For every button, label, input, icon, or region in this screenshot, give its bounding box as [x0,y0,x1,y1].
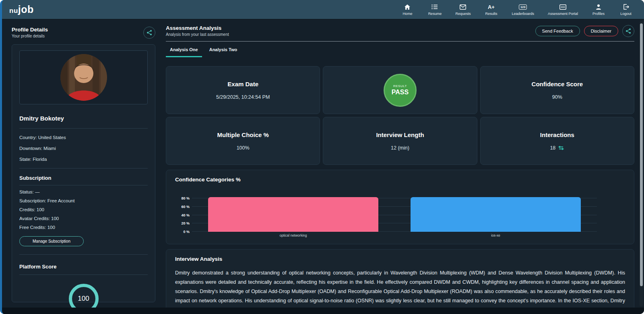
card-value: 100% [237,145,250,151]
window-bottom-strip [2,308,644,314]
card-value: 12 (min) [391,145,409,151]
result-label: RESULT [393,84,407,88]
divider [19,274,148,275]
logout-icon [623,4,629,10]
card-title: Interview Length [376,131,424,138]
card-title: Exam Date [227,81,258,87]
card-title: Interactions [540,131,574,138]
platform-score-title: Platform Score [19,264,148,270]
nav-item-resume[interactable]: Resume [428,4,442,16]
chart-y-axis: 0 %20 %40 %60 %80 % [175,193,192,232]
nav-item-results[interactable]: A+ Results [484,4,498,16]
interview-analysis-text: Dmitry demonstrated a strong understandi… [175,268,625,308]
nav-label: Resume [428,12,442,16]
nav-label: Assessment Portal [548,12,578,16]
page-scrollbar[interactable] [640,21,643,307]
send-feedback-button[interactable]: Send Feedback [535,26,580,36]
assessment-main: Assessment Analysis Analysis from your l… [161,19,644,308]
card-value: 18 [550,145,555,151]
assessment-subtitle: Analysis from your last assessment [166,32,229,37]
divider [19,128,148,129]
x-category-label: ios-xe [394,233,597,237]
nav-label: Requests [455,12,471,16]
swap-arrows-icon [558,146,564,150]
pass-badge: RESULT PASS [384,74,417,107]
bar-chart: 0 %20 %40 %60 %80 % [175,193,625,232]
divider [19,168,148,168]
interview-analysis-title: Interview Analysis [175,256,625,262]
top-navbar: nujob Home Resume Requests [2,0,644,19]
profile-avatar [60,54,107,101]
card-title: Confidence Score [532,81,583,87]
result-card: RESULT PASS [323,66,477,114]
nav-item-profiles[interactable]: Profiles [592,4,605,16]
nav-label: Results [485,12,497,16]
x-category-label: optical networking [192,233,394,237]
subscription-credits: Credits: 100 [19,207,148,212]
assessment-share-button[interactable] [622,25,634,37]
share-icon [625,28,631,34]
interview-length-card: Interview Length 12 (min) [323,117,477,165]
assessment-title: Assessment Analysis [166,25,229,31]
nujob-logo[interactable]: nujob [9,4,34,15]
divider [19,185,148,185]
y-tick-label: 60 % [181,205,190,209]
multiple-choice-card: Multiple Choice % 100% [166,117,320,165]
assessment-header: Assessment Analysis Analysis from your l… [166,25,634,42]
nav-label: Logout [620,12,632,16]
profile-state: State: Florida [19,157,148,162]
nav-item-home[interactable]: Home [400,4,414,16]
exam-date-card: Exam Date 5/29/2025, 10:24:54 PM [166,66,320,114]
content-area: Profile Details Your profile details [2,19,644,308]
card-value: 5/29/2025, 10:24:54 PM [216,94,270,100]
share-icon [147,30,152,35]
leaderboards-icon: 123 [519,4,527,10]
profile-downtown: Downtown: Miami [19,146,148,151]
assessment-portal-icon [559,4,566,10]
subscription-title: Subscription [19,175,148,181]
manage-subscription-button[interactable]: Manage Subscription [19,236,84,246]
profile-sidebar: Profile Details Your profile details [2,19,161,308]
results-icon: A+ [488,4,495,10]
scrollbar-thumb[interactable] [640,23,643,286]
nav-item-requests[interactable]: Requests [455,4,471,16]
nav-item-assessment-portal[interactable]: Assessment Portal [548,4,578,16]
disclaimer-button[interactable]: Disclaimer [584,26,618,36]
analysis-tabs: Analysis One Analysis Two [166,42,634,57]
y-tick-label: 80 % [181,196,190,200]
profiles-icon [596,4,601,10]
profile-country: Country: United States [19,135,148,140]
interview-analysis-panel: Interview Analysis Dmitry demonstrated a… [166,249,634,308]
subscription-avatar-credits: Avatar Credits: 100 [19,216,148,221]
bar-ios-xe [411,197,581,232]
divider [19,254,148,255]
nav-label: Leaderboards [512,12,534,16]
nav-item-logout[interactable]: Logout [619,4,633,16]
chart-plot [192,193,597,232]
home-icon [404,4,411,10]
logo-suffix: job [18,4,34,15]
resume-icon [431,4,438,10]
subscription-plan: Subscription: Free Account [19,198,148,203]
tab-analysis-one[interactable]: Analysis One [166,42,202,57]
platform-score-value: 100 [78,295,89,303]
app-window: nujob Home Resume Requests [0,0,644,314]
sidebar-title: Profile Details [12,27,48,33]
nav-item-leaderboards[interactable]: 123 Leaderboards [512,4,534,16]
sidebar-subtitle: Your profile details [12,34,48,38]
interactions-card: Interactions 18 [480,117,634,165]
requests-icon [460,4,466,10]
confidence-categories-panel: Confidence Categories % 0 %20 %40 %60 %8… [166,170,634,244]
nav-label: Profiles [592,12,605,16]
platform-score-ring: 100 [69,284,99,308]
chart-title: Confidence Categories % [175,177,625,183]
logo-prefix: nu [9,7,18,15]
profile-share-button[interactable] [143,27,155,39]
subscription-status: Status: — [19,189,148,194]
profile-card: Dmitry Bokotey Country: United States Do… [12,44,155,302]
subscription-free-credits: Free Credits: 100 [19,225,148,230]
profile-photo-frame [19,50,148,104]
y-tick-label: 0 % [183,230,190,234]
result-value: PASS [392,89,409,96]
tab-analysis-two[interactable]: Analysis Two [205,42,241,57]
